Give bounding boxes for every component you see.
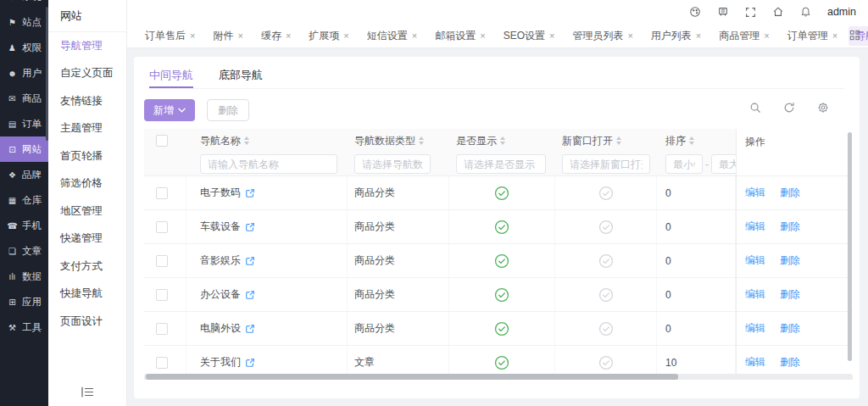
primary-sidebar-item[interactable]: ⊞ 应用 bbox=[0, 289, 48, 314]
settings-gear-icon[interactable] bbox=[817, 102, 829, 114]
sort-carets-icon[interactable] bbox=[616, 136, 621, 145]
external-link-icon[interactable] bbox=[245, 188, 255, 198]
secondary-sidebar-item[interactable]: 首页轮播 bbox=[48, 142, 126, 170]
sidebar-scrollbar-thumb[interactable] bbox=[46, 7, 48, 141]
edit-link[interactable]: 编辑 bbox=[745, 321, 765, 336]
secondary-sidebar-item[interactable]: 页面设计 bbox=[48, 308, 126, 336]
tab-close-icon[interactable]: × bbox=[480, 31, 485, 41]
type-filter-select[interactable] bbox=[354, 154, 431, 174]
vertical-scrollbar-thumb[interactable] bbox=[848, 132, 852, 361]
edit-link[interactable]: 编辑 bbox=[745, 355, 765, 370]
new-window-uncheck-icon[interactable] bbox=[598, 253, 614, 269]
sort-carets-icon[interactable] bbox=[244, 136, 249, 145]
new-window-uncheck-icon[interactable] bbox=[598, 355, 614, 370]
tab-close-icon[interactable]: × bbox=[237, 31, 242, 41]
external-link-icon[interactable] bbox=[245, 222, 255, 232]
edit-link[interactable]: 编辑 bbox=[745, 186, 765, 200]
page-tab[interactable]: 订单管理 × bbox=[781, 26, 844, 46]
delete-link[interactable]: 删除 bbox=[780, 186, 800, 200]
visible-check-icon[interactable] bbox=[494, 186, 509, 201]
select-all-checkbox[interactable] bbox=[156, 135, 168, 147]
secondary-sidebar-item[interactable]: 友情链接 bbox=[48, 87, 126, 115]
page-tab[interactable]: 用户列表 × bbox=[644, 26, 708, 46]
secondary-sidebar-item[interactable]: 导航管理 bbox=[48, 32, 126, 60]
secondary-sidebar-item[interactable]: 快捷导航 bbox=[48, 281, 126, 309]
visible-check-icon[interactable] bbox=[494, 355, 509, 370]
edit-link[interactable]: 编辑 bbox=[745, 220, 765, 234]
secondary-sidebar-item[interactable]: 主题管理 bbox=[48, 115, 126, 143]
visible-filter-select[interactable] bbox=[456, 154, 546, 174]
tab-close-icon[interactable]: × bbox=[190, 31, 195, 41]
primary-sidebar-item[interactable]: ☻ 用户 bbox=[0, 60, 48, 86]
external-link-icon[interactable] bbox=[245, 256, 255, 266]
sort-carets-icon[interactable] bbox=[500, 136, 505, 145]
sort-carets-icon[interactable] bbox=[689, 136, 694, 145]
new-window-uncheck-icon[interactable] bbox=[598, 220, 614, 235]
new-window-filter-select[interactable] bbox=[562, 154, 650, 174]
page-tab[interactable]: 缓存 × bbox=[254, 26, 298, 46]
row-checkbox[interactable] bbox=[156, 357, 168, 369]
tab-close-icon[interactable]: × bbox=[696, 31, 701, 41]
new-window-uncheck-icon[interactable] bbox=[598, 186, 614, 201]
delete-link[interactable]: 删除 bbox=[780, 321, 800, 336]
column-header-name[interactable]: 导航名称 bbox=[200, 134, 241, 148]
user-menu[interactable]: admin bbox=[827, 6, 856, 18]
tab-close-icon[interactable]: × bbox=[286, 31, 291, 41]
tab-close-icon[interactable]: × bbox=[764, 31, 769, 41]
refresh-icon[interactable] bbox=[783, 102, 795, 114]
visible-check-icon[interactable] bbox=[494, 287, 509, 303]
tab-list-grid-icon[interactable] bbox=[849, 30, 860, 41]
tab-close-icon[interactable]: × bbox=[627, 31, 632, 41]
sort-min-input[interactable] bbox=[665, 154, 703, 174]
row-checkbox[interactable] bbox=[156, 255, 168, 267]
primary-sidebar-item[interactable]: ⚙ 系统 bbox=[0, 0, 48, 9]
primary-sidebar-item[interactable]: ⊡ 网站 bbox=[0, 136, 48, 162]
add-button[interactable]: 新增 bbox=[144, 99, 195, 121]
primary-sidebar-item[interactable]: ▦ 仓库 bbox=[0, 187, 48, 213]
collapse-menu-icon[interactable] bbox=[81, 387, 94, 398]
external-link-icon[interactable] bbox=[245, 290, 255, 300]
external-link-icon[interactable] bbox=[245, 358, 255, 368]
home-icon[interactable] bbox=[772, 6, 784, 18]
visible-check-icon[interactable] bbox=[494, 220, 509, 235]
edit-link[interactable]: 编辑 bbox=[745, 253, 765, 268]
page-tab[interactable]: 短信设置 × bbox=[360, 26, 424, 46]
sort-max-input[interactable] bbox=[711, 154, 736, 174]
delete-button[interactable]: 删除 bbox=[207, 99, 249, 121]
page-tab[interactable]: 管理员列表 × bbox=[565, 26, 639, 46]
name-filter-input[interactable] bbox=[200, 154, 337, 174]
page-tab[interactable]: 订单售后 × bbox=[138, 26, 202, 46]
primary-sidebar-item[interactable]: ❖ 品牌 bbox=[0, 162, 48, 187]
row-checkbox[interactable] bbox=[156, 221, 168, 233]
visible-check-icon[interactable] bbox=[494, 321, 509, 336]
new-window-uncheck-icon[interactable] bbox=[598, 321, 614, 336]
page-tab[interactable]: 扩展项 × bbox=[302, 26, 355, 46]
external-link-icon[interactable] bbox=[245, 324, 255, 334]
primary-sidebar-item[interactable]: ✉ 商品 bbox=[0, 86, 48, 111]
primary-sidebar-item[interactable]: ♟ 权限 bbox=[0, 35, 48, 60]
nav-section-tab[interactable]: 底部导航 bbox=[219, 64, 263, 88]
secondary-sidebar-item[interactable]: 快递管理 bbox=[48, 225, 126, 253]
primary-sidebar-item[interactable]: ılı 数据 bbox=[0, 264, 48, 289]
row-checkbox[interactable] bbox=[156, 323, 168, 335]
clear-cache-icon[interactable] bbox=[717, 6, 729, 18]
horizontal-scrollbar-thumb[interactable] bbox=[146, 374, 678, 380]
delete-link[interactable]: 删除 bbox=[780, 287, 800, 302]
secondary-sidebar-item[interactable]: 筛选价格 bbox=[48, 170, 126, 198]
page-tab[interactable]: 附件 × bbox=[206, 26, 249, 46]
secondary-sidebar-item[interactable]: 地区管理 bbox=[48, 197, 126, 225]
primary-sidebar-item[interactable]: ❏ 文章 bbox=[0, 238, 48, 264]
delete-link[interactable]: 删除 bbox=[780, 220, 800, 234]
delete-link[interactable]: 删除 bbox=[780, 253, 800, 268]
row-checkbox[interactable] bbox=[156, 187, 168, 199]
theme-palette-icon[interactable] bbox=[689, 6, 701, 18]
primary-sidebar-item[interactable]: ⚑ 站点 bbox=[0, 9, 48, 35]
tab-close-icon[interactable]: × bbox=[832, 31, 837, 41]
sort-carets-icon[interactable] bbox=[419, 136, 424, 145]
horizontal-scrollbar[interactable] bbox=[144, 374, 853, 380]
column-header-sort[interactable]: 排序 bbox=[665, 134, 686, 148]
tab-close-icon[interactable]: × bbox=[412, 31, 417, 41]
visible-check-icon[interactable] bbox=[494, 253, 509, 269]
secondary-sidebar-item[interactable]: 支付方式 bbox=[48, 253, 126, 281]
page-tab[interactable]: SEO设置 × bbox=[497, 26, 562, 46]
